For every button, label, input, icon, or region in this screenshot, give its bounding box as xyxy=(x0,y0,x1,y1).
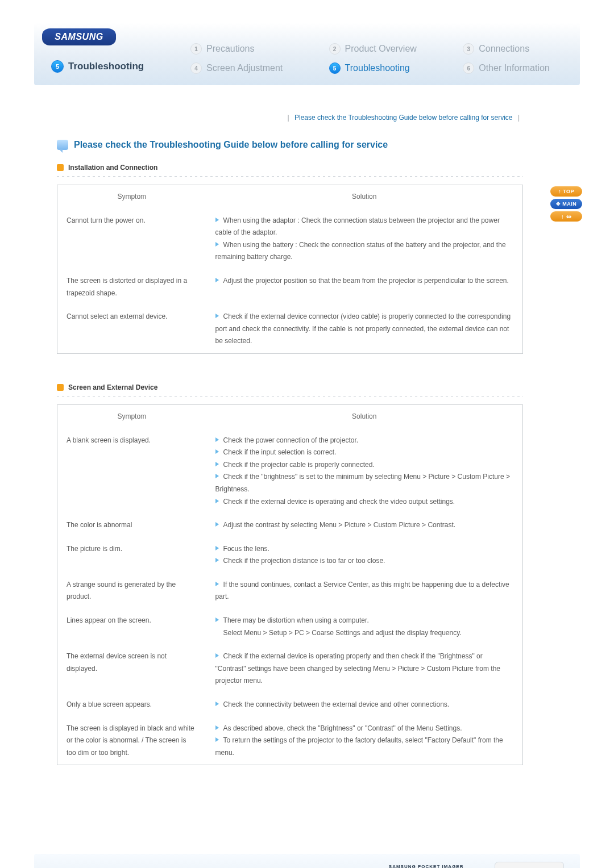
solution-cell: There may be distortion when using a com… xyxy=(206,609,523,645)
subsection-heading-text: Installation and Connection xyxy=(68,164,157,172)
nav-item-screen-adjustment[interactable]: 4Screen Adjustment xyxy=(190,62,308,74)
table-row: Cannot select an external device.Check i… xyxy=(57,305,523,353)
symptom-cell: The picture is dim. xyxy=(57,537,206,573)
footer-band: SAMSUNG POCKET IMAGER SP-P310ME COMPACT … xyxy=(34,854,580,868)
symptom-cell: Cannot turn the power on. xyxy=(57,209,206,269)
table-row: The screen is displayed in black and whi… xyxy=(57,717,523,765)
col-header-symptom: Symptom xyxy=(57,185,206,209)
subsection-heading: Installation and Connection xyxy=(57,164,523,172)
symptom-cell: The external device screen is not displa… xyxy=(57,645,206,693)
divider: | xyxy=(284,114,293,122)
solution-line: Adjust the contrast by selecting Menu > … xyxy=(215,519,513,532)
chat-icon xyxy=(57,140,68,150)
brand-logo: SAMSUNG xyxy=(42,28,116,45)
nav-item-precautions[interactable]: 1Precautions xyxy=(190,43,308,55)
solution-line: To return the settings of the projector … xyxy=(215,735,513,759)
solution-line: Check if the projector cable is properly… xyxy=(215,459,513,471)
bullet-icon xyxy=(57,164,64,171)
symptom-cell: The screen is distorted or displayed in … xyxy=(57,269,206,305)
solution-cell: Check the power connection of the projec… xyxy=(206,429,523,514)
table-row: The screen is distorted or displayed in … xyxy=(57,269,523,305)
col-header-solution: Solution xyxy=(206,185,523,209)
solution-line: Check if the external device is operatin… xyxy=(215,496,513,508)
solution-line: Check the power connection of the projec… xyxy=(215,435,513,447)
troubleshooting-table: SymptomSolutionA blank screen is display… xyxy=(57,404,523,765)
nav-item-label: Connections xyxy=(479,44,529,54)
section-title-text: Please check the Troubleshooting Guide b… xyxy=(74,140,388,150)
table-row: The picture is dim.Focus the lens.Check … xyxy=(57,537,523,573)
nav-item-label: Product Overview xyxy=(345,44,417,54)
symptom-cell: A strange sound is generated by the prod… xyxy=(57,573,206,609)
table-row: A blank screen is displayed.Check the po… xyxy=(57,429,523,514)
solution-line: Focus the lens. xyxy=(215,543,513,556)
subsection-heading: Screen and External Device xyxy=(57,383,523,391)
solution-line: As described above, check the "Brightnes… xyxy=(215,723,513,735)
nav-item-connections[interactable]: 3Connections xyxy=(463,43,574,55)
divider: | xyxy=(515,114,523,122)
header-band: SAMSUNG 5 Troubleshooting 1Precautions2P… xyxy=(34,23,580,85)
solution-line: Adjust the projector position so that th… xyxy=(215,275,513,287)
nav-item-other-information[interactable]: 6Other Information xyxy=(463,62,574,74)
side-index-button[interactable]: ↑ ⇔ xyxy=(550,211,582,222)
solution-cell: Focus the lens.Check if the projection d… xyxy=(206,537,523,573)
breadcrumb: 5 Troubleshooting xyxy=(51,60,144,73)
nav-item-label: Troubleshooting xyxy=(345,63,410,73)
nav-number-icon: 1 xyxy=(190,43,202,55)
spacer xyxy=(57,354,523,380)
table-row: Lines appear on the screen.There may be … xyxy=(57,609,523,645)
solution-line: Check if the projection distance is too … xyxy=(215,555,513,567)
nav-number-icon: 4 xyxy=(190,62,202,74)
col-header-symptom: Symptom xyxy=(57,404,206,428)
solution-line: Check the connectivity between the exter… xyxy=(215,699,513,711)
solution-cell: If the sound continues, contact a Servic… xyxy=(206,573,523,609)
solution-line: Check if the external device is operatin… xyxy=(215,650,513,687)
solution-cell: As described above, check the "Brightnes… xyxy=(206,717,523,765)
nav-item-product-overview[interactable]: 2Product Overview xyxy=(329,43,442,55)
nav-number-icon: 2 xyxy=(329,43,341,55)
subsection-heading-text: Screen and External Device xyxy=(68,383,157,391)
solution-line: When using the adaptor : Check the conne… xyxy=(215,215,513,239)
nav-item-label: Screen Adjustment xyxy=(206,63,283,73)
side-top-button[interactable]: ↑ TOP xyxy=(550,186,582,197)
side-main-button[interactable]: ✥ MAIN xyxy=(550,199,582,209)
nav-item-troubleshooting[interactable]: 5Troubleshooting xyxy=(329,62,442,74)
divider xyxy=(57,396,523,397)
breadcrumb-number-icon: 5 xyxy=(51,60,64,73)
content: Please check the Troubleshooting Guide b… xyxy=(57,140,523,791)
solution-line: There may be distortion when using a com… xyxy=(215,615,513,627)
troubleshooting-table: SymptomSolutionCannot turn the power on.… xyxy=(57,185,523,354)
nav-number-icon: 3 xyxy=(463,43,474,55)
top-anchor-line: | Please check the Troubleshooting Guide… xyxy=(57,114,523,122)
solution-cell: Check if the external device is operatin… xyxy=(206,645,523,693)
breadcrumb-label: Troubleshooting xyxy=(68,61,144,72)
solution-cell: Check the connectivity between the exter… xyxy=(206,693,523,717)
section-title: Please check the Troubleshooting Guide b… xyxy=(57,140,523,150)
divider xyxy=(57,176,523,177)
model-box: SAMSUNG POCKET IMAGER SP-P310ME COMPACT … xyxy=(375,864,478,868)
page-side-nav: ↑ TOP ✥ MAIN ↑ ⇔ xyxy=(550,186,582,222)
solution-cell: Adjust the contrast by selecting Menu > … xyxy=(206,514,523,537)
header-nav: 1Precautions2Product Overview3Connection… xyxy=(190,43,574,74)
symptom-cell: Lines appear on the screen. xyxy=(57,609,206,645)
spacer xyxy=(57,765,523,791)
symptom-cell: A blank screen is displayed. xyxy=(57,429,206,514)
solution-line: Check if the "brightness" is set to the … xyxy=(215,471,513,495)
nav-item-label: Other Information xyxy=(479,63,550,73)
projector-image xyxy=(495,862,564,868)
solution-cell: When using the adaptor : Check the conne… xyxy=(206,209,523,269)
symptom-cell: The color is abnormal xyxy=(57,514,206,537)
solution-cell: Adjust the projector position so that th… xyxy=(206,269,523,305)
symptom-cell: Cannot select an external device. xyxy=(57,305,206,353)
table-row: The external device screen is not displa… xyxy=(57,645,523,693)
solution-line: Check if the external device connector (… xyxy=(215,311,513,348)
solution-subline: Select Menu > Setup > PC > Coarse Settin… xyxy=(215,627,513,640)
table-row: The color is abnormalAdjust the contrast… xyxy=(57,514,523,537)
solution-line: Check if the input selection is correct. xyxy=(215,446,513,459)
solution-line: When using the battery : Check the conne… xyxy=(215,239,513,264)
bullet-icon xyxy=(57,384,64,391)
solution-line: If the sound continues, contact a Servic… xyxy=(215,579,513,603)
top-anchor-link[interactable]: Please check the Troubleshooting Guide b… xyxy=(294,114,513,122)
table-row: A strange sound is generated by the prod… xyxy=(57,573,523,609)
symptom-cell: The screen is displayed in black and whi… xyxy=(57,717,206,765)
nav-number-icon: 6 xyxy=(463,62,474,74)
